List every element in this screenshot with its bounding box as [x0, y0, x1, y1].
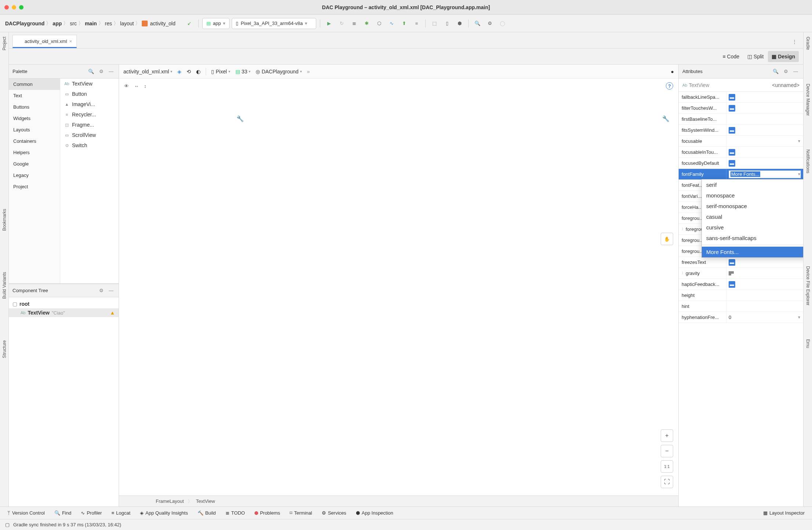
- run-button[interactable]: ▶: [324, 18, 334, 29]
- attr-value[interactable]: ▼: [726, 136, 803, 146]
- search-icon[interactable]: 🔍: [472, 18, 483, 29]
- palette-cat-buttons[interactable]: Buttons: [9, 101, 60, 113]
- attr-row-focusable[interactable]: focusable▼: [679, 136, 803, 147]
- palette-cat-widgets[interactable]: Widgets: [9, 113, 60, 124]
- tool-layout-inspector[interactable]: ▦Layout Inspector: [763, 510, 805, 516]
- tool-terminal[interactable]: ⌑Terminal: [290, 510, 312, 516]
- attr-value[interactable]: ▬: [726, 279, 803, 290]
- theme-dropdown[interactable]: ◎DACPlayground▾: [256, 69, 302, 75]
- tool-services[interactable]: ⚙Services: [322, 510, 346, 516]
- bool-chip-icon[interactable]: ▬: [729, 259, 735, 266]
- orientation-icon[interactable]: ⟲: [187, 69, 191, 75]
- palette-item-fragment[interactable]: ◫Fragme...: [60, 120, 119, 130]
- attr-row-fontfamily[interactable]: fontFamilyMore Fonts...▼: [679, 169, 803, 180]
- tool-todo[interactable]: ≣TODO: [225, 510, 245, 516]
- device-dropdown[interactable]: ▯Pixel▾: [211, 69, 230, 75]
- attr-value[interactable]: ▬: [726, 158, 803, 168]
- view-split-button[interactable]: ◫Split: [744, 51, 767, 62]
- attr-row-gravity[interactable]: 〉gravity: [679, 268, 803, 279]
- rail-structure[interactable]: Structure: [2, 338, 7, 360]
- attr-value[interactable]: ▬: [726, 103, 803, 113]
- rail-notifications[interactable]: Notifications: [805, 147, 811, 175]
- attr-value[interactable]: ▬: [726, 147, 803, 157]
- nightmode-icon[interactable]: ◐: [196, 69, 201, 75]
- bool-chip-icon[interactable]: ▬: [729, 94, 735, 101]
- bool-chip-icon[interactable]: ▬: [729, 281, 735, 288]
- settings-icon[interactable]: ⚙: [485, 18, 495, 29]
- more-fonts-option[interactable]: More Fonts...: [702, 247, 803, 257]
- palette-cat-common[interactable]: Common: [9, 79, 60, 90]
- palette-item-button[interactable]: ▭Button: [60, 89, 119, 99]
- font-option-serif[interactable]: serif: [702, 179, 803, 190]
- avd-manager-icon[interactable]: ⬚: [429, 18, 440, 29]
- attr-row-focusableintou[interactable]: focusableInTou...▬: [679, 147, 803, 158]
- zoom-in-button[interactable]: +: [661, 429, 673, 442]
- expand-icon[interactable]: ↔: [134, 83, 139, 89]
- tool-profiler[interactable]: ∿Profiler: [81, 510, 102, 516]
- tool-find[interactable]: 🔍Find: [54, 510, 71, 516]
- tool-app-inspection[interactable]: ⬢App Inspection: [356, 510, 393, 516]
- attr-value[interactable]: [726, 268, 803, 279]
- crumb-layout[interactable]: layout: [120, 21, 134, 26]
- resource-manager-icon[interactable]: ⬢: [454, 18, 465, 29]
- view-design-button[interactable]: ▦Design: [768, 51, 799, 62]
- minimize-icon[interactable]: [12, 5, 16, 10]
- attr-value[interactable]: [726, 301, 803, 312]
- rerun-button[interactable]: ↻: [336, 18, 347, 29]
- help-icon[interactable]: ?: [666, 82, 673, 90]
- crumb-main[interactable]: main: [85, 21, 97, 26]
- chevron-down-icon[interactable]: ▼: [797, 172, 801, 176]
- attr-value[interactable]: [726, 290, 803, 301]
- attr-value[interactable]: ▬: [726, 125, 803, 135]
- attr-row-hyphenationfre[interactable]: hyphenationFre...0▼: [679, 312, 803, 323]
- palette-cat-containers[interactable]: Containers: [9, 135, 60, 147]
- font-option-serif-monospace[interactable]: serif-monospace: [702, 201, 803, 211]
- attr-row-filtertouchesw[interactable]: filterTouchesW...▬: [679, 103, 803, 114]
- overflow-icon[interactable]: »: [307, 69, 310, 75]
- attr-value[interactable]: 0▼: [726, 312, 803, 323]
- stop-button[interactable]: ■: [411, 18, 422, 29]
- attr-row-height[interactable]: height: [679, 290, 803, 301]
- api-dropdown[interactable]: ▤33▾: [235, 69, 251, 75]
- attr-row-fallbacklinespa[interactable]: fallbackLineSpa...▬: [679, 92, 803, 103]
- font-option-sans-serif-smallcaps[interactable]: sans-serif-smallcaps: [702, 233, 803, 243]
- maximize-icon[interactable]: [19, 5, 24, 10]
- bool-chip-icon[interactable]: ▬: [729, 149, 735, 156]
- tool-aqi[interactable]: ◈App Quality Insights: [140, 510, 188, 516]
- crumb-src[interactable]: src: [70, 21, 77, 26]
- font-option-monospace[interactable]: monospace: [702, 190, 803, 201]
- crumb-textview[interactable]: TextView: [196, 498, 215, 504]
- tool-logcat[interactable]: ≡Logcat: [111, 510, 130, 516]
- eye-icon[interactable]: 👁: [124, 83, 129, 89]
- rail-device-file-explorer[interactable]: Device File Explorer: [805, 264, 811, 308]
- palette-cat-layouts[interactable]: Layouts: [9, 124, 60, 135]
- attach-button[interactable]: ⬡: [374, 18, 384, 29]
- breadcrumb[interactable]: DACPlayground〉 app〉 src〉 main〉 res〉 layo…: [5, 20, 176, 27]
- gear-icon[interactable]: ⚙: [782, 68, 790, 75]
- chevron-down-icon[interactable]: ▼: [797, 139, 801, 143]
- minimize-panel-icon[interactable]: —: [107, 68, 115, 75]
- gear-icon[interactable]: ⚙: [98, 68, 105, 75]
- rail-gradle[interactable]: Gradle: [805, 35, 811, 52]
- error-badge-icon[interactable]: ●: [671, 69, 674, 75]
- palette-cat-legacy[interactable]: Legacy: [9, 170, 60, 181]
- font-option-casual[interactable]: casual: [702, 211, 803, 222]
- tool-build[interactable]: 🔨Build: [198, 510, 216, 516]
- tool-problems[interactable]: Problems: [255, 510, 280, 516]
- bool-chip-icon[interactable]: ▬: [729, 105, 735, 112]
- attr-row-freezestext[interactable]: freezesText▬: [679, 257, 803, 268]
- rail-build-variants[interactable]: Build Variants: [2, 270, 7, 301]
- palette-item-switch[interactable]: ⊙Switch: [60, 140, 119, 150]
- apply-changes-button[interactable]: ⬆: [399, 18, 409, 29]
- attr-value[interactable]: ▬: [726, 92, 803, 102]
- tree-root[interactable]: ▢ root: [9, 300, 119, 308]
- crumb-framelayout[interactable]: FrameLayout: [156, 498, 184, 504]
- attr-row-focusedbydefault[interactable]: focusedByDefault▬: [679, 158, 803, 169]
- sync-icon[interactable]: ↙: [184, 18, 195, 29]
- search-icon[interactable]: 🔍: [771, 68, 780, 75]
- tabs-menu-icon[interactable]: ⋮: [789, 36, 800, 47]
- design-canvas[interactable]: 🔧 🔧 ✋ + − 1:1 ⛶: [119, 93, 678, 495]
- tool-version-control[interactable]: ᛘVersion Control: [7, 510, 45, 516]
- file-tab[interactable]: activity_old_xml.xml ×: [12, 35, 77, 48]
- warning-icon[interactable]: ▲: [110, 310, 115, 316]
